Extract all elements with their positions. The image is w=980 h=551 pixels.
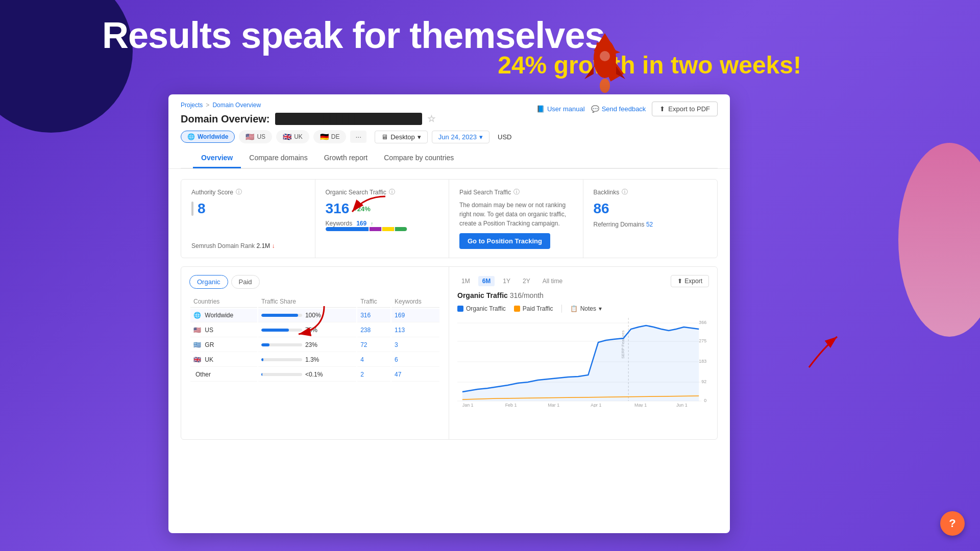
traffic-bar-fill — [261, 314, 298, 317]
toggle-organic-btn[interactable]: Organic — [189, 275, 228, 289]
svg-marker-25 — [462, 325, 699, 401]
traffic-cell[interactable]: 72 — [357, 338, 390, 352]
legend-notes[interactable]: 📋 Notes ▾ — [570, 305, 602, 312]
traffic-share-pct: 23% — [305, 341, 317, 348]
domain-title: Domain Overview: ██████████████ ☆ — [181, 113, 435, 125]
bottom-section: Organic Paid Countries Traffic Share Tra… — [181, 266, 718, 440]
breadcrumb-current: Domain Overview — [212, 102, 261, 109]
keywords-cell[interactable]: 169 — [391, 309, 439, 322]
svg-text:Mar 1: Mar 1 — [548, 403, 559, 407]
domain-overview-label: Domain Overview: — [181, 113, 270, 125]
us-flag: 🇺🇸 — [246, 133, 254, 141]
book-icon: 📘 — [536, 105, 545, 113]
filter-uk[interactable]: 🇬🇧 UK — [276, 130, 309, 143]
content-area: Authority Score ⓘ 8 Semrush Domain Rank … — [168, 169, 730, 450]
monitor-icon: 🖥 — [381, 133, 388, 141]
tab-overview[interactable]: Overview — [193, 148, 241, 168]
export-pdf-button[interactable]: ⬆ Export to PDF — [652, 102, 718, 116]
traffic-share-pct: 1.3% — [305, 356, 319, 363]
export-icon: ⬆ — [659, 105, 665, 113]
metrics-row: Authority Score ⓘ 8 Semrush Domain Rank … — [181, 179, 718, 258]
chevron-down-date-icon: ▾ — [479, 133, 483, 141]
svg-text:183: 183 — [699, 359, 706, 364]
toggle-row: Organic Paid — [189, 275, 440, 289]
traffic-bar-fill — [261, 358, 263, 361]
traffic-cell[interactable]: 238 — [357, 323, 390, 337]
filter-de[interactable]: 🇩🇪 DE — [313, 130, 347, 143]
filter-worldwide[interactable]: 🌐 Worldwide — [181, 131, 235, 143]
keywords-cell[interactable]: 3 — [391, 338, 439, 352]
filter-us[interactable]: 🇺🇸 US — [239, 130, 272, 143]
time-alltime-btn[interactable]: All time — [538, 276, 567, 286]
filter-de-label: DE — [331, 133, 340, 140]
svg-point-1 — [600, 79, 610, 93]
country-flag: 🌐 — [193, 312, 201, 319]
star-icon[interactable]: ☆ — [427, 113, 435, 124]
feedback-icon: 💬 — [591, 105, 599, 113]
keywords-cell[interactable]: 113 — [391, 323, 439, 337]
authority-score-value: 8 — [191, 201, 305, 217]
paid-traffic-desc: The domain may be new or not ranking rig… — [459, 201, 573, 228]
growth-badge-text: 24% growth in two weeks! — [498, 51, 801, 79]
authority-info-icon[interactable]: ⓘ — [236, 188, 242, 196]
domain-name-box: ██████████████ — [275, 113, 423, 125]
time-6m-btn[interactable]: 6M — [478, 276, 495, 286]
country-cell: 🌐 Worldwide — [190, 309, 257, 322]
help-button[interactable]: ? — [940, 511, 965, 536]
filter-uk-label: UK — [294, 133, 303, 140]
keywords-cell[interactable]: 47 — [391, 368, 439, 382]
svg-marker-3 — [594, 33, 616, 51]
col-traffic: Traffic — [357, 296, 390, 308]
chart-title: Organic Traffic 316/month — [457, 291, 709, 299]
backlinks-value: 86 — [594, 201, 707, 217]
chevron-down-icon: ▾ — [418, 133, 421, 141]
time-1m-btn[interactable]: 1M — [457, 276, 474, 286]
tab-compare-countries[interactable]: Compare by countries — [376, 148, 462, 168]
toggle-paid-btn[interactable]: Paid — [231, 275, 260, 289]
country-flag: 🇬🇧 — [193, 356, 201, 363]
filter-desktop[interactable]: 🖥 Desktop ▾ — [375, 131, 428, 143]
country-flag: 🇺🇸 — [193, 327, 201, 334]
tab-compare-domains[interactable]: Compare domains — [241, 148, 315, 168]
send-feedback-label: Send feedback — [602, 105, 646, 113]
kw-seg-4 — [395, 227, 407, 231]
traffic-cell[interactable]: 4 — [357, 353, 390, 367]
paid-info-icon[interactable]: ⓘ — [513, 188, 520, 196]
traffic-bar-fill — [261, 373, 262, 376]
legend-paid: Paid Traffic — [514, 305, 553, 312]
send-feedback-link[interactable]: 💬 Send feedback — [591, 105, 646, 113]
traffic-cell[interactable]: 2 — [357, 368, 390, 382]
arrow-annotation-2 — [293, 304, 329, 341]
user-manual-link[interactable]: 📘 User manual — [536, 105, 585, 113]
authority-score-label: Authority Score ⓘ — [191, 188, 305, 196]
traffic-cell[interactable]: 316 — [357, 309, 390, 322]
table-row[interactable]: Other <0.1% 2 47 — [190, 368, 439, 382]
chart-export-button[interactable]: ⬆ Export — [671, 275, 709, 287]
traffic-bar-fill — [261, 329, 289, 332]
filter-worldwide-label: Worldwide — [198, 133, 228, 140]
tab-growth-report[interactable]: Growth report — [316, 148, 376, 168]
left-panel: Organic Paid Countries Traffic Share Tra… — [181, 267, 449, 439]
svg-text:275: 275 — [699, 338, 706, 343]
country-cell: 🇺🇸 US — [190, 323, 257, 337]
svg-text:Jun 1: Jun 1 — [676, 403, 688, 407]
legend-row: Organic Traffic Paid Traffic 📋 Notes ▾ — [457, 305, 709, 313]
backlinks-info-icon[interactable]: ⓘ — [622, 188, 628, 196]
go-to-position-tracking-button[interactable]: Go to Position Tracking — [459, 233, 550, 249]
keywords-cell[interactable]: 6 — [391, 353, 439, 367]
kw-seg-2 — [370, 227, 381, 231]
time-2y-btn[interactable]: 2Y — [519, 276, 534, 286]
traffic-bar-fill — [261, 343, 270, 346]
table-row[interactable]: 🇬🇧 UK 1.3% 4 6 — [190, 353, 439, 367]
filter-date[interactable]: Jun 24, 2023 ▾ — [432, 131, 489, 143]
traffic-bar — [261, 343, 302, 346]
uk-flag: 🇬🇧 — [283, 133, 291, 141]
authority-bar — [191, 202, 193, 216]
breadcrumb-projects[interactable]: Projects — [181, 102, 203, 109]
page-headline: Results speak for themselves — [102, 14, 604, 56]
svg-text:Apr 1: Apr 1 — [591, 403, 601, 407]
arrow-annotation-1 — [350, 191, 390, 224]
time-1y-btn[interactable]: 1Y — [499, 276, 514, 286]
paid-traffic-label: Paid Search Traffic ⓘ — [459, 188, 573, 196]
filter-more-btn[interactable]: ··· — [350, 131, 366, 143]
